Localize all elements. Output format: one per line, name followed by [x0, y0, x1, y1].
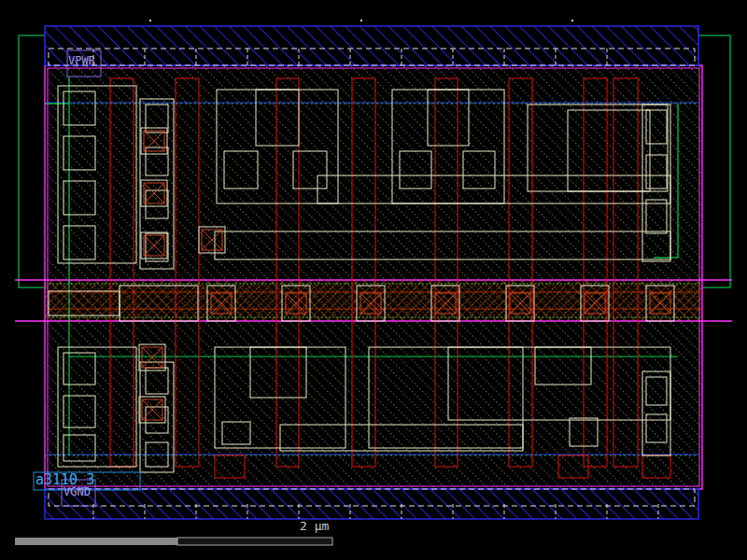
vgnd-rail-hatch	[45, 489, 698, 519]
cell-hatch	[45, 65, 702, 489]
vpwr-pin-label: VPWR	[68, 55, 95, 66]
vpwr-rail-hatch	[45, 26, 698, 65]
scale-bar-left	[15, 538, 177, 545]
net-label: a3110_3	[35, 473, 94, 487]
scale-bar-right	[177, 538, 332, 545]
grid-dot	[360, 20, 362, 21]
grid-dot	[571, 20, 573, 21]
layout-drawing	[0, 0, 747, 560]
scale-bar-label: 2 µm	[300, 520, 329, 532]
layout-viewer-canvas[interactable]: VPWR VGND a3110_3 2 µm	[0, 0, 747, 560]
grid-dot	[149, 20, 151, 21]
